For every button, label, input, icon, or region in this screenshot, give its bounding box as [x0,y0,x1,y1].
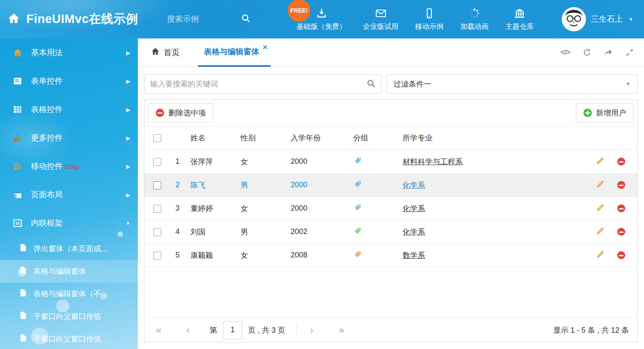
home-icon [151,47,160,58]
edit-icon[interactable] [596,250,604,260]
search-icon[interactable] [241,14,251,25]
tab-grid-edit-window[interactable]: 表格与编辑窗体 × [198,38,271,67]
edit-icon[interactable] [596,204,604,214]
row-checkbox[interactable] [153,158,161,166]
header-search-input[interactable] [166,14,231,24]
grid-toolbar: 删除选中项 新增用户 [145,100,637,126]
file-icon [20,266,26,276]
first-page-icon[interactable]: « [153,324,165,336]
major-link[interactable]: 化学系 [403,181,425,189]
sidebar-item-basic-usage[interactable]: 基本用法 ▶ [0,38,138,67]
top-nav: 基础版（免费） 企业版试用 移动示例 加载动画 [297,8,534,31]
source-code-icon[interactable]: </> [560,48,570,57]
envelope-icon [375,8,386,19]
nav-label: 主题仓库 [505,22,534,31]
divider [296,324,297,336]
table-row[interactable]: 5 康颖颖 女 2008 数学系 [145,244,637,267]
avatar [562,7,586,31]
page-number-input[interactable] [223,321,242,339]
row-checkbox[interactable] [153,228,161,236]
file-icon [20,334,26,344]
cell-name: 张萍萍 [186,150,236,173]
content: 过滤条件一 ▼ 删除选中项 新增用户 [138,67,644,349]
cell-year: 2008 [287,244,349,267]
sidebar-subitem-grid-edit-window[interactable]: 表格与编辑窗体 [0,260,138,283]
filter-dropdown[interactable]: 过滤条件一 ▼ [387,74,638,94]
delete-icon[interactable] [617,251,625,259]
table-row[interactable]: 4 刘国 男 2002 化学系 [145,220,637,244]
chevron-right-icon: ▶ [126,163,130,170]
next-page-icon[interactable]: › [306,324,317,336]
sidebar-subitem-child-to-parent-2[interactable]: 子窗口向父窗口传值... [0,328,138,349]
cell-gender: 男 [236,173,287,197]
edit-icon[interactable] [596,227,604,237]
sidebar-item-more-controls[interactable]: 更多控件 ▶ [0,124,138,152]
cell-year: 2000 [287,173,349,197]
tag-icon [354,250,362,260]
row-number: 1 [169,150,186,173]
edit-icon[interactable] [596,157,604,167]
row-checkbox[interactable] [153,181,161,189]
select-all-checkbox[interactable] [153,134,161,142]
chevron-right-icon: ▶ [126,192,130,198]
nav-label: 移动示例 [415,22,444,31]
table-row[interactable]: 2 陈飞 男 2000 化学系 [145,173,637,197]
expand-icon[interactable] [625,48,634,57]
close-icon[interactable]: × [263,43,267,51]
major-link[interactable]: 材料科学与工程系 [403,158,463,166]
home-icon [13,48,23,58]
major-link[interactable]: 化学系 [403,228,425,236]
nav-label: 加载动画 [460,22,489,31]
row-number: 2 [169,173,186,197]
frame-icon [13,218,23,228]
edit-icon[interactable] [596,180,604,190]
free-badge: FREE! [288,0,310,22]
row-checkbox[interactable] [153,205,161,213]
nav-mobile-demo[interactable]: 移动示例 [415,8,444,31]
grid-panel: 删除选中项 新增用户 [144,99,638,342]
filter-row: 过滤条件一 ▼ [144,74,638,94]
sidebar: 基本用法 ▶ 表单控件 ▶ 表格控件 ▶ 更多 [0,38,138,349]
sidebar-subitem-grid-edit-window-2[interactable]: 表格与编辑窗体（不... [0,283,138,305]
sidebar-item-page-layout[interactable]: 页面布局 ▶ [0,181,138,209]
search-icon[interactable] [367,79,376,90]
table-icon [13,104,23,115]
cell-gender: 女 [236,244,287,267]
nav-theme-store[interactable]: 主题仓库 [505,8,534,31]
brand[interactable]: FineUIMvc在线示例 [0,11,166,28]
delete-icon[interactable] [617,228,625,236]
delete-icon[interactable] [617,181,625,189]
row-checkbox[interactable] [153,252,161,260]
nav-enterprise-trial[interactable]: 企业版试用 [363,8,398,31]
sidebar-subitem-child-to-parent[interactable]: 子窗口向父窗口传值 [0,305,138,328]
sidebar-item-form-controls[interactable]: 表单控件 ▶ [0,67,138,95]
file-icon [20,289,26,299]
row-number: 3 [169,197,186,220]
delete-icon[interactable] [617,204,625,212]
major-link[interactable]: 化学系 [403,204,425,213]
minus-circle-icon [156,109,164,117]
last-page-icon[interactable]: » [336,324,347,336]
table-row[interactable]: 1 张萍萍 女 2000 材料科学与工程系 [145,150,637,173]
prev-page-icon[interactable]: ‹ [182,324,194,336]
sidebar-item-grid-controls[interactable]: 表格控件 ▶ [0,95,138,124]
page-total-label: 页 , 共 3 页 [248,325,285,335]
delete-icon[interactable] [617,158,625,166]
user-menu[interactable]: 三生石上 ▼ [562,7,633,31]
table-row[interactable]: 3 董婷婷 女 2000 化学系 [145,197,637,220]
tab-home[interactable]: 首页 [145,38,186,66]
corp-badge: Corp. [65,163,123,170]
table-search-input[interactable] [144,74,381,94]
user-name: 三生石上 [591,14,623,25]
sidebar-subitem-popup-window[interactable]: 弹出窗体（本页面或... [0,237,138,260]
nav-loading-animation[interactable]: 加载动画 [460,8,489,31]
share-icon[interactable] [604,48,613,57]
col-year: 入学年份 [287,126,349,150]
sidebar-item-inline-frame[interactable]: 内联框架 ▼ [0,209,138,237]
refresh-icon[interactable] [583,48,591,57]
add-user-button[interactable]: 新增用户 [576,103,634,122]
major-link[interactable]: 数学系 [403,251,425,260]
delete-selected-button[interactable]: 删除选中项 [148,103,213,122]
col-group: 分组 [349,126,398,150]
sidebar-item-mobile-controls[interactable]: 移动控件 Corp. ▶ [0,152,138,181]
